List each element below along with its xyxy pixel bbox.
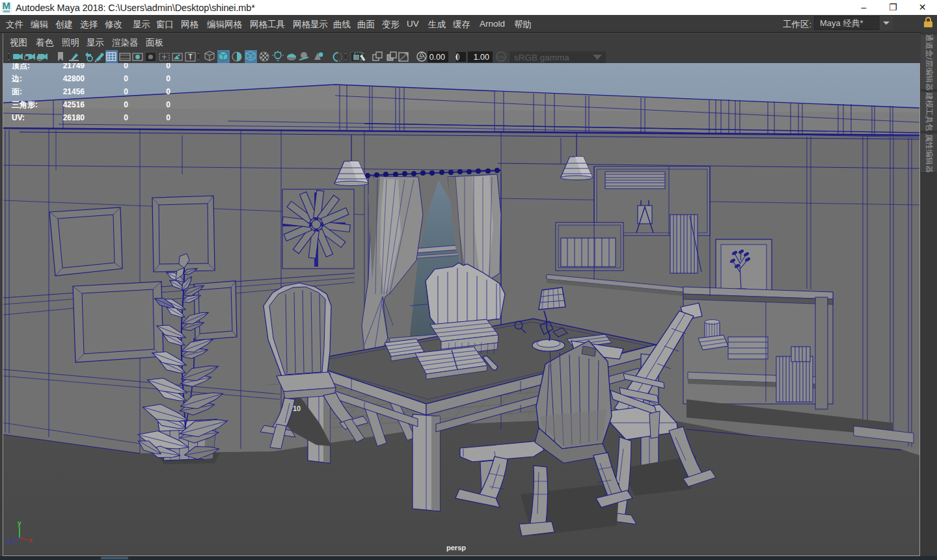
- svg-text:边:: 边:: [11, 74, 22, 83]
- svg-text:0: 0: [124, 100, 128, 109]
- svg-text:面:: 面:: [11, 87, 22, 96]
- svg-text:三角形:: 三角形:: [12, 100, 38, 109]
- svg-text:0: 0: [124, 87, 128, 96]
- svg-text:0: 0: [124, 113, 128, 122]
- svg-text:0.00: 0.00: [429, 53, 445, 62]
- svg-text:顶点:: 顶点:: [11, 63, 30, 70]
- svg-text:0: 0: [124, 63, 128, 70]
- svg-text:x: x: [29, 537, 33, 544]
- svg-text:0: 0: [166, 113, 170, 122]
- svg-text:0: 0: [166, 100, 170, 109]
- svg-text:persp: persp: [446, 544, 466, 552]
- svg-text:10: 10: [293, 405, 301, 412]
- svg-text:cm: cm: [498, 55, 504, 59]
- svg-text:0: 0: [166, 74, 170, 83]
- svg-text:y: y: [18, 520, 21, 527]
- svg-text:21456: 21456: [63, 87, 85, 96]
- svg-text:UV:: UV:: [12, 113, 25, 122]
- svg-text:sRGB gamma: sRGB gamma: [514, 53, 569, 62]
- svg-text:z: z: [8, 538, 11, 545]
- svg-text:0: 0: [124, 74, 128, 83]
- svg-text:0: 0: [166, 63, 170, 70]
- svg-text:T: T: [188, 53, 192, 60]
- svg-text:26180: 26180: [63, 113, 85, 122]
- svg-text:1.00: 1.00: [474, 53, 489, 62]
- svg-text:0: 0: [166, 87, 170, 96]
- svg-text:21749: 21749: [63, 63, 85, 70]
- svg-text:42516: 42516: [63, 100, 85, 109]
- svg-text:42800: 42800: [63, 74, 85, 83]
